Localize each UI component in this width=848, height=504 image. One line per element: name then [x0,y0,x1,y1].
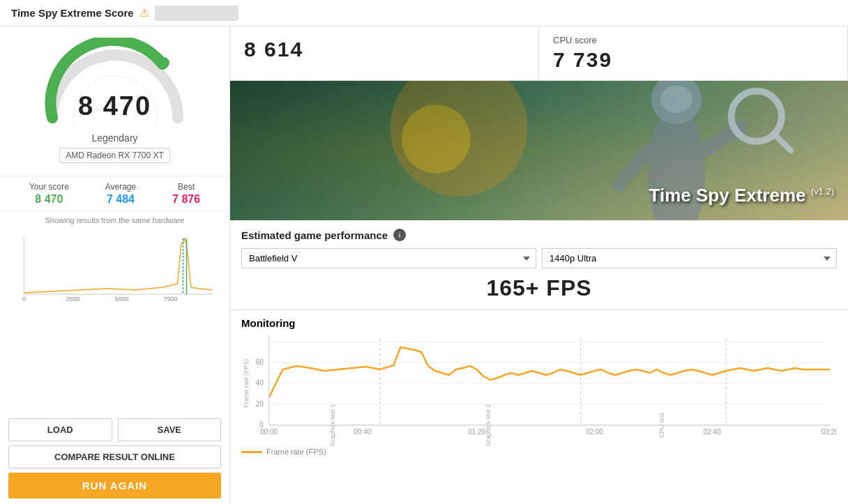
chart-legend: Frame rate (FPS) [241,448,837,456]
graphics-score-value: 8 614 [244,38,524,61]
score-comparison-row: Your score 8 470 Average 7 484 Best 7 87… [0,176,229,212]
game-perf-title: Estimated game performance [241,229,388,241]
monitoring-section: Monitoring 0 [230,310,848,504]
gauge-container: HWINFO64.COM 8 470 [38,38,192,128]
avg-score-value: 7 484 [107,193,135,206]
your-score-item: Your score 8 470 [29,182,69,206]
your-score-value: 8 470 [35,193,63,206]
compare-button[interactable]: COMPARE RESULT ONLINE [8,445,221,468]
svg-text:00:40: 00:40 [354,428,371,436]
gpu-label: AMD Radeon RX 7700 XT [59,148,170,163]
run-again-button[interactable]: RUN AGAIN [8,473,221,498]
cpu-score-box: CPU score 7 739 [539,26,848,80]
quality-select[interactable]: 1440p Ultra 1080p Ultra 4K Ultra 1080p H… [542,248,837,268]
right-panel: 8 614 CPU score 7 739 [230,26,848,504]
svg-point-0 [158,57,169,68]
mini-chart-svg: 0 2500 5000 7500 [6,231,224,301]
showing-results-text: Showing results from the same hardware [0,212,229,229]
cpu-score-value: 7 739 [553,48,833,72]
hero-version: (v1.2) [811,186,834,197]
svg-text:Frame rate (FPS): Frame rate (FPS) [243,359,250,408]
game-perf-header: Estimated game performance i [241,229,837,241]
top-scores: 8 614 CPU score 7 739 [230,26,848,81]
svg-text:01:20: 01:20 [468,428,485,436]
score-blurred [155,6,238,21]
best-score-label: Best [178,182,195,192]
fps-value: 165+ FPS [241,275,837,301]
svg-text:2500: 2500 [66,296,80,301]
your-score-label: Your score [29,182,69,192]
legend-line [241,451,262,453]
main-layout: HWINFO64.COM 8 470 Legendary AMD Radeon … [0,26,848,504]
svg-text:0: 0 [22,296,26,301]
load-save-row: LOAD SAVE [8,418,221,441]
svg-text:00:00: 00:00 [260,428,278,436]
bottom-buttons: LOAD SAVE COMPARE RESULT ONLINE RUN AGAI… [0,413,229,504]
svg-text:20: 20 [256,400,264,408]
mini-chart: 0 2500 5000 7500 [0,229,229,413]
svg-point-13 [402,105,470,173]
left-panel: HWINFO64.COM 8 470 Legendary AMD Radeon … [0,26,230,504]
svg-text:03:20: 03:20 [821,428,837,436]
svg-text:60: 60 [256,358,264,366]
gauge-rank: Legendary [91,132,137,144]
avg-score-label: Average [105,182,136,192]
game-select[interactable]: Battlefield V Metro Exodus Shadow of the… [241,248,536,268]
best-score-value: 7 876 [172,193,200,206]
svg-text:02:40: 02:40 [704,428,721,436]
warning-icon: ⚠ [139,6,149,20]
load-button[interactable]: LOAD [8,418,112,441]
hero-title: Time Spy Extreme (v1.2) [649,185,834,206]
header-title: Time Spy Extreme Score [11,7,134,19]
chart-legend-label: Frame rate (FPS) [266,448,326,456]
gauge-score: 8 470 [78,91,151,121]
svg-text:02:00: 02:00 [586,428,603,436]
game-performance-section: Estimated game performance i Battlefield… [230,220,848,310]
svg-text:40: 40 [256,379,264,387]
best-score-item: Best 7 876 [172,182,200,206]
monitoring-title: Monitoring [241,317,837,329]
svg-text:7500: 7500 [163,296,177,301]
cpu-score-label: CPU score [553,35,833,45]
svg-point-20 [660,85,692,112]
dropdown-row: Battlefield V Metro Exodus Shadow of the… [241,248,837,268]
gauge-area: HWINFO64.COM 8 470 Legendary AMD Radeon … [0,26,229,176]
info-icon[interactable]: i [393,229,406,241]
save-button[interactable]: SAVE [118,418,222,441]
monitoring-chart-svg: 0 20 40 60 Graphics test 1 Graphics test… [241,335,837,446]
hero-image: Time Spy Extreme (v1.2) [230,81,848,220]
avg-score-item: Average 7 484 [105,182,136,206]
header: Time Spy Extreme Score ⚠ [0,0,848,26]
svg-text:5000: 5000 [114,296,128,301]
graphics-score-box: 8 614 [230,26,539,80]
monitoring-chart: 0 20 40 60 Graphics test 1 Graphics test… [241,335,837,446]
